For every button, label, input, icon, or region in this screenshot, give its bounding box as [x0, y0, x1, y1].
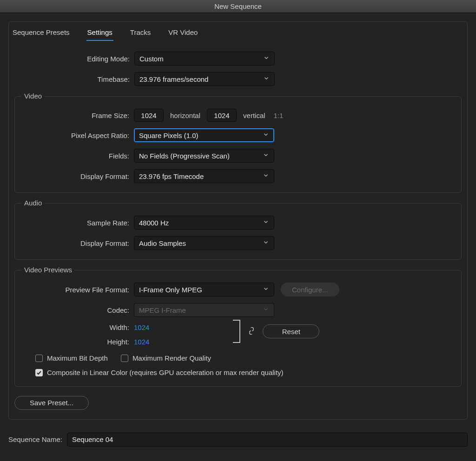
- frame-width-input[interactable]: 1024: [134, 109, 164, 122]
- link-bracket-icon: [233, 320, 240, 343]
- audio-group-title: Audio: [21, 199, 45, 207]
- pixel-aspect-ratio-value: Square Pixels (1.0): [139, 132, 198, 139]
- reset-button[interactable]: Reset: [263, 324, 319, 338]
- chevron-down-icon: [263, 55, 270, 63]
- preview-width-input[interactable]: 1024: [134, 323, 149, 331]
- frame-aspect-ratio: 1:1: [274, 112, 284, 119]
- tab-tracks[interactable]: Tracks: [129, 26, 152, 40]
- fields-dropdown[interactable]: No Fields (Progressive Scan): [134, 149, 274, 163]
- maximum-render-quality-label: Maximum Render Quality: [132, 354, 211, 362]
- preview-height-input[interactable]: 1024: [134, 338, 149, 346]
- preview-file-format-label: Preview File Format:: [20, 286, 134, 294]
- preview-file-format-dropdown[interactable]: I-Frame Only MPEG: [134, 283, 274, 296]
- audio-display-format-dropdown[interactable]: Audio Samples: [134, 236, 274, 250]
- maximum-bit-depth-checkbox[interactable]: Maximum Bit Depth: [35, 354, 108, 362]
- chevron-down-icon: [263, 306, 269, 314]
- preview-file-format-value: I-Frame Only MPEG: [139, 286, 202, 294]
- timebase-dropdown[interactable]: 23.976 frames/second: [134, 72, 275, 86]
- codec-dropdown: MPEG I-Frame: [134, 303, 274, 317]
- frame-height-input[interactable]: 1024: [207, 109, 237, 122]
- preview-height-label: Height:: [20, 338, 134, 346]
- preview-width-label: Width:: [20, 323, 134, 331]
- video-group-title: Video: [21, 92, 45, 100]
- tab-row: Sequence Presets Settings Tracks VR Vide…: [8, 21, 468, 40]
- settings-panel: Editing Mode: Custom Timebase: 23.976 fr…: [8, 40, 468, 420]
- codec-label: Codec:: [20, 306, 134, 314]
- timebase-label: Timebase:: [14, 75, 134, 83]
- checkbox-checked-icon: [35, 369, 43, 376]
- maximum-render-quality-checkbox[interactable]: Maximum Render Quality: [121, 354, 211, 362]
- sequence-name-value: Sequence 04: [72, 435, 113, 443]
- chevron-down-icon: [263, 75, 270, 83]
- sample-rate-dropdown[interactable]: 48000 Hz: [134, 216, 274, 230]
- display-format-dropdown[interactable]: 23.976 fps Timecode: [134, 169, 274, 183]
- video-previews-group: Video Previews Preview File Format: I-Fr…: [14, 270, 462, 387]
- timebase-value: 23.976 frames/second: [139, 75, 208, 83]
- composite-linear-label: Composite in Linear Color (requires GPU …: [47, 369, 284, 376]
- editing-mode-dropdown[interactable]: Custom: [134, 52, 275, 66]
- tab-sequence-presets[interactable]: Sequence Presets: [12, 26, 71, 40]
- chevron-down-icon: [263, 152, 269, 160]
- display-format-label: Display Format:: [20, 172, 134, 180]
- dialog-title: New Sequence: [214, 2, 262, 10]
- maximum-bit-depth-label: Maximum Bit Depth: [47, 354, 108, 362]
- audio-group: Audio Sample Rate: 48000 Hz Display Form…: [14, 203, 462, 260]
- pixel-aspect-ratio-dropdown[interactable]: Square Pixels (1.0): [134, 128, 274, 142]
- checkbox-icon: [121, 355, 128, 362]
- sequence-name-label: Sequence Name:: [8, 435, 67, 443]
- composite-linear-checkbox[interactable]: Composite in Linear Color (requires GPU …: [35, 369, 284, 376]
- pixel-aspect-ratio-label: Pixel Aspect Ratio:: [20, 132, 134, 139]
- codec-value: MPEG I-Frame: [139, 306, 186, 314]
- chevron-down-icon: [263, 132, 269, 139]
- chevron-down-icon: [263, 219, 269, 227]
- configure-button: Configure...: [281, 283, 339, 296]
- editing-mode-value: Custom: [139, 55, 164, 63]
- sample-rate-label: Sample Rate:: [20, 219, 134, 227]
- audio-display-format-value: Audio Samples: [139, 239, 186, 247]
- video-previews-title: Video Previews: [21, 266, 75, 274]
- link-dimensions-icon[interactable]: [248, 326, 255, 337]
- chevron-down-icon: [263, 239, 269, 247]
- dialog-body: Sequence Presets Settings Tracks VR Vide…: [0, 13, 476, 461]
- tab-vr-video[interactable]: VR Video: [167, 26, 198, 40]
- save-preset-button[interactable]: Save Preset...: [14, 396, 89, 410]
- vertical-label: vertical: [243, 112, 265, 119]
- video-group: Video Frame Size: 1024 horizontal 1024 v…: [14, 96, 462, 193]
- fields-value: No Fields (Progressive Scan): [139, 152, 230, 160]
- sequence-name-input[interactable]: Sequence 04: [67, 433, 468, 447]
- fields-label: Fields:: [20, 152, 134, 160]
- editing-mode-label: Editing Mode:: [14, 55, 134, 63]
- checkbox-icon: [35, 355, 43, 362]
- audio-display-format-label: Display Format:: [20, 239, 134, 247]
- chevron-down-icon: [263, 172, 269, 180]
- chevron-down-icon: [263, 286, 269, 294]
- display-format-value: 23.976 fps Timecode: [139, 172, 204, 180]
- horizontal-label: horizontal: [170, 112, 200, 119]
- frame-size-label: Frame Size:: [20, 112, 134, 119]
- tab-settings[interactable]: Settings: [86, 26, 113, 41]
- titlebar: New Sequence: [0, 0, 476, 13]
- sample-rate-value: 48000 Hz: [139, 219, 169, 227]
